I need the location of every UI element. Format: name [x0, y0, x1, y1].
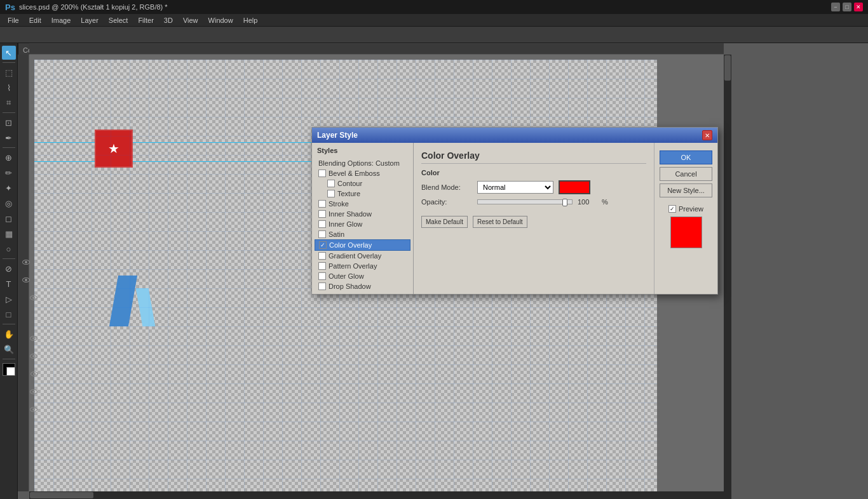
- ps-icon: Ps: [5, 3, 15, 12]
- tool-gradient[interactable]: ▦: [2, 227, 16, 241]
- blend-mode-row: Blend Mode: Normal Dissolve Multiply Scr…: [421, 180, 646, 194]
- style-contour[interactable]: Contour: [315, 178, 410, 189]
- contour-checkbox[interactable]: [327, 180, 335, 187]
- overlay-section-title: Color: [421, 169, 646, 176]
- texture-checkbox[interactable]: [327, 190, 335, 197]
- opacity-overlay-value: 100: [578, 198, 597, 206]
- dialog-close-button[interactable]: ✕: [702, 130, 712, 140]
- tool-path-select[interactable]: ▷: [2, 292, 16, 306]
- tool-lasso[interactable]: ⌇: [2, 81, 16, 95]
- style-outer-glow[interactable]: Outer Glow: [315, 271, 410, 281]
- tool-move[interactable]: ↖: [2, 46, 16, 60]
- opacity-percent: %: [602, 198, 608, 206]
- scrollbar-vertical[interactable]: [724, 55, 731, 491]
- menu-bar: File Edit Image Layer Select Filter 3D V…: [0, 14, 868, 27]
- style-pattern-overlay[interactable]: Pattern Overlay: [315, 261, 410, 271]
- cancel-button[interactable]: Cancel: [660, 167, 712, 181]
- color-swatch[interactable]: [559, 180, 590, 194]
- tool-separator-2: [3, 112, 15, 113]
- overlay-title: Color Overlay: [421, 150, 646, 164]
- opacity-overlay-label: Opacity:: [421, 198, 472, 206]
- new-style-button[interactable]: New Style...: [660, 183, 712, 197]
- style-satin[interactable]: Satin: [315, 229, 410, 239]
- app-window: Ps slices.psd @ 200% (Kształt 1 kopiuj 2…: [0, 0, 868, 499]
- opacity-slider[interactable]: [477, 199, 573, 204]
- win-controls: − □ ✕: [831, 3, 863, 11]
- drop-shadow-checkbox[interactable]: [318, 283, 326, 290]
- menu-view[interactable]: View: [178, 15, 203, 25]
- stroke-label: Stroke: [329, 200, 349, 208]
- ok-button[interactable]: OK: [660, 150, 712, 164]
- tool-wand[interactable]: ⌗: [2, 96, 16, 110]
- style-stroke[interactable]: Stroke: [315, 199, 410, 209]
- tool-history-brush[interactable]: ◎: [2, 196, 16, 210]
- texture-label: Texture: [337, 190, 360, 197]
- preview-label: Preview: [679, 205, 703, 213]
- tool-pen[interactable]: ⊘: [2, 262, 16, 276]
- menu-3d[interactable]: 3D: [159, 15, 178, 25]
- title-bar: Ps slices.psd @ 200% (Kształt 1 kopiuj 2…: [0, 0, 868, 14]
- gradient-overlay-label: Gradient Overlay: [329, 252, 381, 260]
- dialog-right-buttons: OK Cancel New Style... ✓ Preview: [654, 143, 717, 294]
- satin-checkbox[interactable]: [318, 230, 326, 238]
- left-toolbar: ↖ ⬚ ⌇ ⌗ ⊡ ✒ ⊕ ✏ ✦ ◎ ◻ ▦ ○ ⊘ T ▷ □ ✋ 🔍: [0, 43, 18, 499]
- outer-glow-checkbox[interactable]: [318, 272, 326, 280]
- blue-shape-1: [109, 276, 137, 326]
- blend-mode-dropdown[interactable]: Normal Dissolve Multiply Screen Overlay: [477, 181, 553, 194]
- default-buttons: Make Default Reset to Default: [421, 216, 646, 228]
- tool-eraser[interactable]: ◻: [2, 211, 16, 225]
- menu-layer[interactable]: Layer: [76, 15, 104, 25]
- style-inner-shadow[interactable]: Inner Shadow: [315, 209, 410, 219]
- style-gradient-overlay[interactable]: Gradient Overlay: [315, 251, 410, 261]
- tool-separator-5: [3, 324, 15, 324]
- inner-shadow-checkbox[interactable]: [318, 210, 326, 218]
- tool-hand[interactable]: ✋: [2, 327, 16, 341]
- pattern-overlay-checkbox[interactable]: [318, 262, 326, 270]
- restore-button[interactable]: □: [843, 3, 851, 11]
- style-drop-shadow[interactable]: Drop Shadow: [315, 281, 410, 291]
- color-overlay-label: Color Overlay: [329, 241, 372, 249]
- menu-window[interactable]: Window: [203, 15, 238, 25]
- tool-separator-3: [3, 147, 15, 148]
- opacity-slider-thumb[interactable]: [562, 199, 567, 206]
- tool-marquee[interactable]: ⬚: [2, 65, 16, 79]
- tool-type[interactable]: T: [2, 277, 16, 291]
- close-button[interactable]: ✕: [854, 3, 863, 11]
- scrollbar-h-thumb[interactable]: [30, 492, 93, 498]
- style-texture[interactable]: Texture: [315, 189, 410, 199]
- inner-glow-checkbox[interactable]: [318, 220, 326, 228]
- bevel-checkbox[interactable]: [318, 170, 326, 177]
- tool-dodge[interactable]: ○: [2, 242, 16, 256]
- tool-stamp[interactable]: ✦: [2, 181, 16, 195]
- style-inner-glow[interactable]: Inner Glow: [315, 219, 410, 229]
- menu-help[interactable]: Help: [238, 15, 263, 25]
- scrollbar-horizontal[interactable]: [29, 491, 724, 499]
- make-default-button[interactable]: Make Default: [421, 216, 468, 228]
- menu-filter[interactable]: Filter: [133, 15, 158, 25]
- foreground-color[interactable]: [3, 363, 15, 376]
- tool-heal[interactable]: ⊕: [2, 150, 16, 164]
- style-bevel[interactable]: Bevel & Emboss: [315, 168, 410, 178]
- tool-shape[interactable]: □: [2, 307, 16, 321]
- minimize-button[interactable]: −: [831, 3, 840, 11]
- gradient-overlay-checkbox[interactable]: [318, 252, 326, 260]
- blending-label: Blending Options: Custom: [318, 159, 400, 167]
- reset-default-button[interactable]: Reset to Default: [473, 216, 527, 228]
- inner-shadow-label: Inner Shadow: [329, 210, 372, 218]
- tool-crop[interactable]: ⊡: [2, 116, 16, 130]
- color-overlay-checkbox[interactable]: [319, 241, 327, 249]
- style-color-overlay[interactable]: Color Overlay: [315, 239, 410, 251]
- tool-zoom[interactable]: 🔍: [2, 342, 16, 356]
- tool-eyedropper[interactable]: ✒: [2, 131, 16, 145]
- menu-select[interactable]: Select: [104, 15, 133, 25]
- style-blending-options[interactable]: Blending Options: Custom: [315, 158, 410, 168]
- menu-file[interactable]: File: [3, 15, 24, 25]
- satin-label: Satin: [329, 230, 344, 238]
- menu-edit[interactable]: Edit: [24, 15, 46, 25]
- background-color[interactable]: [6, 367, 15, 376]
- stroke-checkbox[interactable]: [318, 200, 326, 208]
- menu-image[interactable]: Image: [46, 15, 76, 25]
- scrollbar-v-thumb[interactable]: [724, 55, 731, 81]
- tool-brush[interactable]: ✏: [2, 166, 16, 180]
- preview-checkbox[interactable]: ✓: [668, 205, 676, 213]
